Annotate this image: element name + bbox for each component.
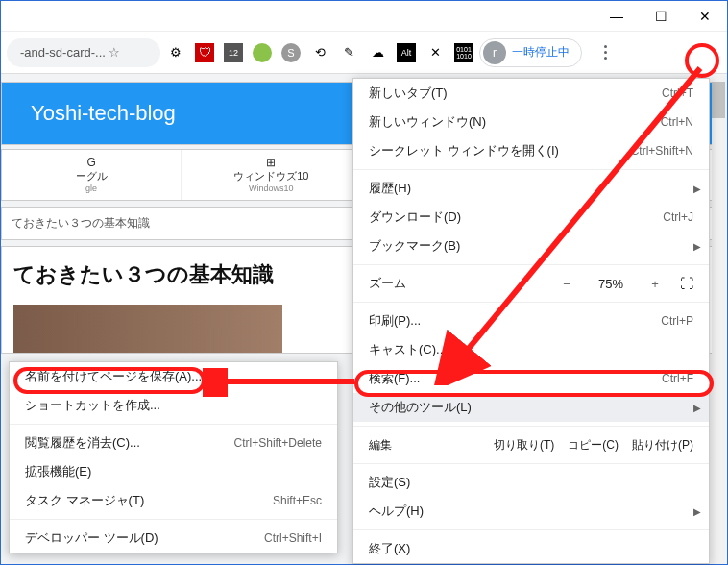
menu-item-incognito[interactable]: シークレット ウィンドウを開く(I)Ctrl+Shift+N xyxy=(353,136,709,165)
menu-item-print[interactable]: 印刷(P)...Ctrl+P xyxy=(353,307,709,335)
edit-cut[interactable]: 切り取り(T) xyxy=(494,437,554,454)
window-titlebar: — ☐ ✕ xyxy=(1,1,727,32)
submenu-item-create-shortcut[interactable]: ショートカットを作成... xyxy=(10,391,337,420)
submenu-item-extensions[interactable]: 拡張機能(E) xyxy=(10,457,337,486)
menu-zoom-row: ズーム − 75% + ⛶ xyxy=(353,269,709,298)
fullscreen-button[interactable]: ⛶ xyxy=(680,276,693,291)
profile-avatar: r xyxy=(483,41,506,64)
profile-paused-chip[interactable]: r 一時停止中 xyxy=(479,38,582,67)
menu-item-settings[interactable]: 設定(S) xyxy=(353,468,709,497)
menu-item-downloads[interactable]: ダウンロード(D)Ctrl+J xyxy=(353,203,709,232)
edit-paste[interactable]: 貼り付け(P) xyxy=(632,437,693,454)
nav-item[interactable]: Gーグルgle xyxy=(2,150,181,200)
extension-icon-brush[interactable]: ✎ xyxy=(339,43,358,62)
site-title: Yoshi-tech-blog xyxy=(31,101,176,126)
menu-item-help[interactable]: ヘルプ(H)▶ xyxy=(353,497,709,526)
vertical-scrollbar[interactable] xyxy=(712,76,725,564)
more-tools-submenu: 名前を付けてページを保存(A)... ショートカットを作成... 閲覧履歴を消去… xyxy=(9,361,338,553)
window-minimize-button[interactable]: — xyxy=(595,1,639,32)
submenu-item-devtools[interactable]: デベロッパー ツール(D)Ctrl+Shift+I xyxy=(10,524,337,553)
bookmark-star-icon[interactable]: ☆ xyxy=(106,45,123,60)
zoom-level: 75% xyxy=(592,277,630,291)
address-bar[interactable]: -and-sd-card-... ☆ xyxy=(7,38,160,67)
extension-icon-alt[interactable]: Alt xyxy=(397,43,416,62)
submenu-item-task-manager[interactable]: タスク マネージャ(T)Shift+Esc xyxy=(10,486,337,515)
profile-paused-label: 一時停止中 xyxy=(512,44,570,61)
menu-item-bookmarks[interactable]: ブックマーク(B)▶ xyxy=(353,232,709,260)
submenu-item-save-page[interactable]: 名前を付けてページを保存(A)... xyxy=(10,362,337,391)
extension-icon-cloud[interactable]: ☁ xyxy=(368,43,387,62)
menu-item-cast[interactable]: キャスト(C)... xyxy=(353,335,709,364)
menu-item-exit[interactable]: 終了(X) xyxy=(353,534,709,563)
edit-copy[interactable]: コピー(C) xyxy=(568,437,619,454)
nav-item[interactable]: ⊞ウィンドウズ10Windows10 xyxy=(181,150,360,200)
menu-edit-row: 編集 切り取り(T) コピー(C) 貼り付け(P) xyxy=(353,430,709,459)
menu-item-new-tab[interactable]: 新しいタブ(T)Ctrl+T xyxy=(353,79,709,108)
extension-icon-calendar[interactable]: 12 xyxy=(224,43,243,62)
window-maximize-button[interactable]: ☐ xyxy=(639,1,683,32)
extension-icon-loop[interactable]: ⟲ xyxy=(310,43,329,62)
submenu-item-clear-history[interactable]: 閲覧履歴を消去(C)...Ctrl+Shift+Delete xyxy=(10,429,337,457)
extension-icon-s[interactable]: S xyxy=(281,43,301,62)
extension-icon-binary[interactable]: 01011010 xyxy=(454,43,473,62)
address-text: -and-sd-card-... xyxy=(20,45,106,60)
browser-toolbar: -and-sd-card-... ☆ ⚙ 🛡 12 S ⟲ ✎ ☁ Alt ✕ … xyxy=(1,32,727,74)
menu-item-more-tools[interactable]: その他のツール(L)▶ xyxy=(353,393,709,422)
extension-icon-1[interactable]: ⚙ xyxy=(166,43,185,62)
extension-icon-monkey[interactable] xyxy=(253,43,272,62)
menu-item-find[interactable]: 検索(F)...Ctrl+F xyxy=(353,364,709,393)
zoom-out-button[interactable]: − xyxy=(559,277,574,291)
chrome-main-menu: 新しいタブ(T)Ctrl+T 新しいウィンドウ(N)Ctrl+N シークレット … xyxy=(352,78,710,564)
extension-icon-cross[interactable]: ✕ xyxy=(425,43,445,62)
menu-item-history[interactable]: 履歴(H)▶ xyxy=(353,174,709,203)
article-thumbnail xyxy=(13,305,282,353)
extension-icon-shield[interactable]: 🛡 xyxy=(195,43,214,62)
window-close-button[interactable]: ✕ xyxy=(683,1,727,32)
zoom-in-button[interactable]: + xyxy=(647,277,663,291)
menu-item-new-window[interactable]: 新しいウィンドウ(N)Ctrl+N xyxy=(353,108,709,136)
chrome-menu-button[interactable] xyxy=(595,45,615,60)
